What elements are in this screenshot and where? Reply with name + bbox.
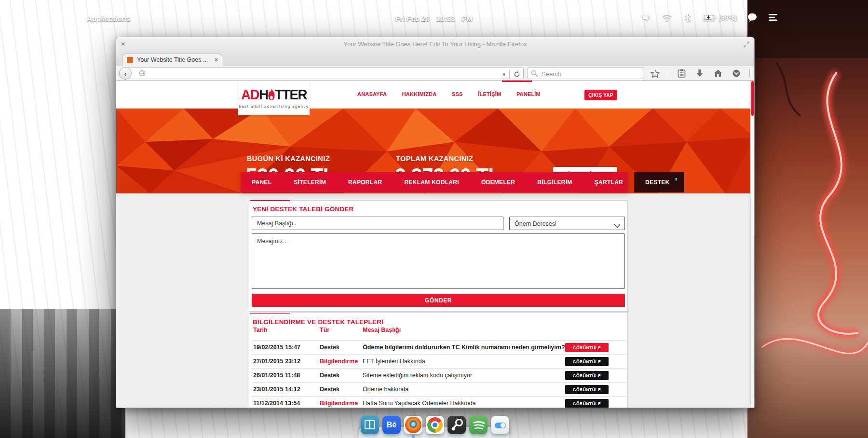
toolbar-separator2 [749,69,750,78]
bluetooth-icon[interactable] [682,12,693,23]
row-date: 11/12/2014 13:54 [253,400,300,407]
browser-window: × Your Website Title Goes Here! Edit To … [116,37,755,408]
page-scrollbar[interactable] [750,81,754,408]
back-button[interactable]: ‹ [119,67,132,80]
page-viewport: ANASAYFA HAKKIMIZDA SSS İLETİŞİM PANELİM… [116,81,754,408]
applications-menu[interactable]: Applications [87,14,130,23]
chat-icon[interactable] [747,12,758,23]
nav-item-iletisim[interactable]: İLETİŞİM [478,91,501,97]
nav-item-panelim[interactable]: PANELİM [516,91,541,97]
spotify-waves [469,416,488,434]
send-button[interactable]: GÖNDER [252,294,625,307]
battery-indicator[interactable]: (98%) [703,14,737,21]
row-divider [252,340,626,341]
window-title: Your Website Title Goes Here! Edit To Yo… [116,41,754,48]
neon-sign-wallpaper [747,0,868,438]
tab-odemeler[interactable]: ÖDEMELER [470,172,526,192]
site-nav: ANASAYFA HAKKIMIZDA SSS İLETİŞİM PANELİM [357,91,541,97]
site-favicon [127,57,133,63]
browser-tab-bar: Your Website Title Goes ... × [116,52,754,66]
clock-date: Fri Feb 20 [395,14,430,23]
table-row: 19/02/2015 15:47 Destek Ödeme bilgilerim… [249,342,627,354]
scrollbar-thumb[interactable] [751,81,754,116]
tab-destek[interactable]: DESTEK3 [634,172,684,192]
total-earnings-label: TOPLAM KAZANCINIZ [396,155,473,163]
site-logo[interactable]: ADH TTER best adult advertising agency [238,81,310,115]
priority-select[interactable]: Önem Derecesi [509,217,625,230]
row-divider [252,396,626,397]
wifi-icon[interactable] [662,12,672,23]
home-icon[interactable] [713,68,723,79]
behance-icon[interactable]: Bē [382,416,401,434]
browser-tab[interactable]: Your Website Title Goes ... × [122,54,222,66]
view-button[interactable]: GÖRÜNTÜLE [565,385,609,394]
tab-sitelerim[interactable]: SİTELERİM [283,172,337,192]
message-body-textarea[interactable] [252,233,625,289]
wallpaper-dark-corner [0,309,125,438]
split-view-app-icon[interactable] [361,416,379,434]
view-button[interactable]: GÖRÜNTÜLE [565,357,609,366]
search-box[interactable] [528,68,643,79]
steam-icon[interactable] [448,416,466,434]
view-button[interactable]: GÖRÜNTÜLE [565,371,609,380]
nav-item-anasayfa[interactable]: ANASAYFA [357,91,387,97]
downloads-icon[interactable] [694,68,705,79]
search-input[interactable] [541,68,639,79]
window-titlebar[interactable]: × Your Website Title Goes Here! Edit To … [116,37,754,52]
urlbar-controls: ▾ [502,70,520,79]
url-bar[interactable]: ▾ [126,68,524,79]
card-accent-line [250,313,290,314]
table-row: 26/01/2015 11:48 Destek Siteme eklediğim… [249,370,627,382]
logout-button[interactable]: ÇIKIŞ YAP [584,90,617,100]
tab-panel[interactable]: PANEL [241,172,283,192]
priority-select-value: Önem Derecesi [515,220,556,227]
nav-item-sss[interactable]: SSS [452,91,463,97]
tab-bilgilerim[interactable]: BİLGİLERİM [526,172,583,192]
desktop: Applications Fri Feb 2010:53PM (98%) [0,0,868,438]
reload-icon[interactable] [514,71,520,78]
battery-icon [703,14,716,21]
tickets-heading: BİLGİLENDİRME VE DESTEK TALEPLERİ [253,318,383,326]
new-ticket-card: YENİ DESTEK TALEBİ GÖNDER Önem Derecesi … [249,200,628,312]
spotify-icon[interactable] [469,416,488,434]
tab-close-button[interactable]: × [215,56,218,63]
session-menu-icon[interactable] [768,12,778,23]
desktop-top-bar: Applications Fri Feb 2010:53PM (98%) [0,11,868,28]
table-header-row: Tarih Tür Mesaj Başlığı [249,327,627,338]
window-expand-icon[interactable] [744,41,749,49]
row-subject: Ödeme hakkında [363,386,408,393]
toggle-knob [501,423,505,428]
back-arrow-icon: ‹ [124,69,127,78]
logo-wordmark: ADH TTER [241,87,307,103]
site-header: ANASAYFA HAKKIMIZDA SSS İLETİŞİM PANELİM… [116,81,754,109]
row-type: Bilgilendirme [320,400,358,407]
chrome-dot [433,423,437,427]
view-button[interactable]: GÖRÜNTÜLE [565,399,609,408]
pocket-icon[interactable] [731,68,742,79]
bookmarks-list-icon[interactable] [676,68,687,79]
bookmark-star-icon[interactable] [650,68,660,79]
globe-icon [139,70,146,79]
firefox-icon[interactable] [404,416,422,434]
urlbar-dropdown-icon[interactable]: ▾ [502,71,505,78]
clock[interactable]: Fri Feb 2010:53PM [392,14,476,23]
chrome-icon[interactable] [426,416,444,434]
card-accent-line [250,200,290,201]
firefox-globe [405,417,421,433]
message-title-input[interactable] [252,217,503,230]
behance-label: Bē [387,421,396,429]
col-mesaj-basligi: Mesaj Başlığı [363,327,401,333]
settings-toggle-icon[interactable] [491,416,509,434]
volume-icon[interactable] [641,12,651,23]
tab-sartlar[interactable]: ŞARTLAR [583,172,634,192]
tab-raporlar[interactable]: RAPORLAR [337,172,393,192]
panel-tab-bar: PANEL SİTELERİM RAPORLAR REKLAM KODLARI … [241,172,628,192]
row-divider [252,354,626,355]
tab-reklam-kodlari[interactable]: REKLAM KODLARI [393,172,470,192]
tab-destek-label: DESTEK [645,179,669,186]
view-button[interactable]: GÖRÜNTÜLE [565,343,609,352]
table-row: 23/01/2015 14:12 Destek Ödeme hakkında G… [249,384,627,396]
nav-item-hakkimizda[interactable]: HAKKIMIZDA [402,91,437,97]
nav-active-underline [502,81,532,82]
today-earnings-label: BUGÜN Kİ KAZANCINIZ [247,155,330,163]
